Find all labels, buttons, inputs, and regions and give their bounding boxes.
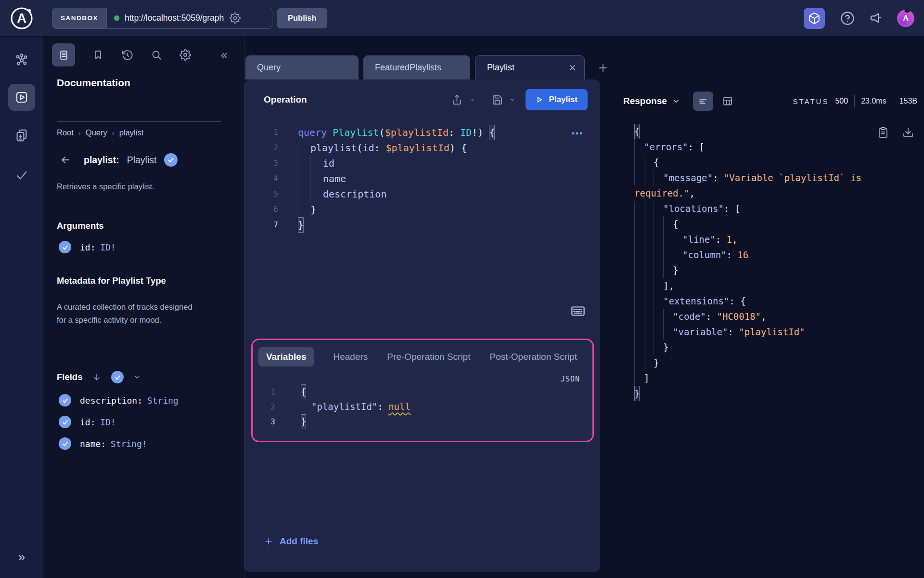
code-line[interactable]: required.", [634, 185, 924, 201]
publish-button[interactable]: Publish [277, 8, 327, 28]
field-row-description[interactable]: description: String [59, 394, 179, 407]
field-check-icon[interactable] [59, 394, 71, 407]
indent-guide [644, 247, 654, 263]
indent-guide [644, 263, 654, 278]
table-view-toggle[interactable] [722, 95, 733, 107]
argument-row[interactable]: id: ID! [59, 241, 116, 253]
download-response-icon[interactable] [902, 127, 914, 138]
operation-editor[interactable]: 1query Playlist($playlistId: ID!) {2play… [244, 125, 600, 233]
back-arrow-icon[interactable] [60, 154, 71, 166]
code-line[interactable]: } [634, 340, 924, 355]
save-icon[interactable] [492, 94, 503, 105]
raw-view-toggle[interactable] [693, 92, 713, 111]
tab-playlist[interactable]: Playlist [475, 55, 585, 79]
variables-editor[interactable]: 1{2"playlistId": null3} [253, 384, 592, 429]
code-line[interactable]: { [634, 155, 924, 170]
field-type[interactable]: String [147, 395, 179, 406]
field-selected-check-icon[interactable] [164, 153, 178, 167]
sort-arrow-down-icon[interactable] [92, 372, 102, 382]
code-token: : { [729, 293, 745, 309]
close-tab-icon[interactable] [568, 64, 577, 72]
add-files-button[interactable]: Add files [264, 536, 318, 547]
avatar[interactable]: A [897, 10, 914, 27]
sidebar-item-checks[interactable] [8, 161, 35, 188]
save-chevron-icon[interactable] [509, 96, 516, 103]
tab-variables[interactable]: Variables [258, 347, 314, 367]
announcements-megaphone-icon[interactable] [868, 11, 884, 26]
breadcrumb-query[interactable]: Query [86, 128, 107, 137]
endpoint-settings-gear-icon[interactable] [230, 13, 241, 24]
code-line[interactable]: 5description [244, 186, 600, 202]
more-options-icon[interactable] [570, 128, 584, 139]
argument-check-icon[interactable] [59, 241, 71, 253]
app-switcher-button[interactable] [804, 8, 825, 29]
response-chevron-icon[interactable] [672, 97, 680, 105]
response-title[interactable]: Response [623, 96, 667, 106]
code-line[interactable]: } [634, 386, 924, 401]
help-icon[interactable] [840, 11, 855, 26]
share-icon[interactable] [451, 94, 462, 105]
fields-select-all-check-icon[interactable] [111, 371, 124, 383]
bookmark-icon[interactable] [92, 49, 104, 61]
code-line[interactable]: "line": 1, [634, 232, 924, 247]
docs-settings-gear-icon[interactable] [180, 49, 191, 61]
tab-post-operation-script[interactable]: Post-Operation Script [489, 352, 577, 362]
sidebar-item-explorer[interactable] [8, 84, 35, 111]
tab-pre-operation-script[interactable]: Pre-Operation Script [387, 352, 470, 362]
code-line[interactable]: 1query Playlist($playlistId: ID!) { [244, 125, 600, 140]
endpoint-bar[interactable]: SANDBOX http://localhost:5059/graph [52, 8, 272, 29]
expand-rail-button[interactable]: » [0, 550, 43, 565]
share-chevron-icon[interactable] [469, 96, 475, 103]
code-token: { [673, 216, 678, 232]
collapse-panel-icon[interactable]: « [221, 48, 227, 62]
field-row-id[interactable]: id: ID! [59, 416, 116, 428]
search-icon[interactable] [151, 49, 162, 61]
code-line[interactable]: 4name [244, 171, 600, 186]
tab-featuredplaylists[interactable]: FeaturedPlaylists [363, 55, 470, 79]
documentation-tab-button[interactable] [52, 43, 75, 66]
code-line[interactable]: "locations": [ [634, 201, 924, 216]
field-row-name[interactable]: name: String! [59, 437, 147, 450]
endpoint-url[interactable]: http://localhost:5059/graph [125, 13, 224, 23]
keyboard-shortcuts-icon[interactable] [570, 305, 586, 317]
field-check-icon[interactable] [59, 416, 71, 428]
copy-response-icon[interactable] [877, 127, 889, 138]
code-line[interactable]: 3} [253, 414, 592, 429]
breadcrumb-separator: › [112, 129, 115, 137]
code-line[interactable]: { [634, 216, 924, 232]
code-line[interactable]: 1{ [253, 384, 592, 399]
code-line[interactable]: "message": "Variable `playlistId` is [634, 170, 924, 185]
chevron-down-icon[interactable] [133, 373, 141, 381]
code-line[interactable]: 2"playlistId": null [253, 399, 592, 414]
run-operation-button[interactable]: Playlist [526, 89, 588, 110]
doc-field-type[interactable]: Playlist [127, 155, 157, 166]
breadcrumb-root[interactable]: Root [57, 128, 74, 137]
history-icon[interactable] [121, 49, 133, 61]
sidebar-item-operation-collections[interactable] [8, 122, 35, 149]
field-type[interactable]: String! [111, 439, 147, 449]
field-check-icon[interactable] [59, 437, 71, 450]
argument-type[interactable]: ID! [100, 242, 116, 252]
breadcrumb-playlist[interactable]: playlist [119, 128, 143, 137]
code-line[interactable]: "extensions": { [634, 293, 924, 309]
code-line[interactable]: 6} [244, 202, 600, 217]
tab-query[interactable]: Query [245, 55, 359, 79]
tab-headers[interactable]: Headers [333, 352, 368, 362]
code-line[interactable]: 7} [244, 217, 600, 233]
sidebar-item-schema[interactable] [8, 46, 35, 73]
code-line[interactable]: } [634, 355, 924, 370]
code-line[interactable]: ] [634, 370, 924, 386]
line-number: 3 [253, 414, 301, 429]
code-line[interactable]: "errors": [ [634, 139, 924, 155]
code-line[interactable]: "column": 16 [634, 247, 924, 263]
code-line[interactable]: "code": "HC0018", [634, 309, 924, 324]
code-line[interactable]: 3id [244, 156, 600, 171]
code-line[interactable]: ], [634, 278, 924, 293]
new-tab-plus-icon[interactable] [597, 62, 609, 74]
sandbox-badge[interactable]: SANDBOX [52, 8, 107, 28]
field-type[interactable]: ID! [100, 417, 116, 427]
code-line[interactable]: "variable": "playlistId" [634, 324, 924, 340]
apollo-logo[interactable]: A [0, 6, 43, 31]
code-line[interactable]: 2playlist(id: $playlistId) { [244, 140, 600, 156]
code-line[interactable]: } [634, 263, 924, 278]
